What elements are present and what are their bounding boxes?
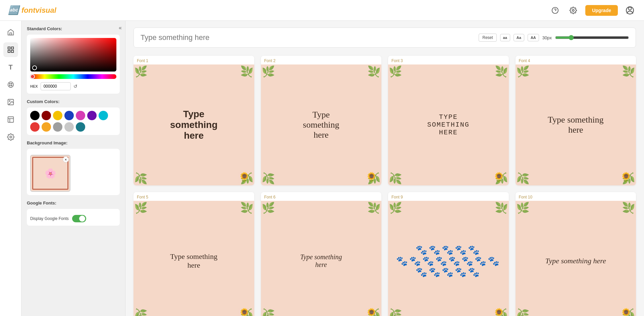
font-9-text: 🐾🐾🐾🐾🐾🐾🐾🐾🐾🐾🐾🐾🐾🐾🐾🐾🐾🐾 (393, 241, 504, 281)
font-card-5[interactable]: Font 5 🌿 🌿 🌿 🌿 🌻 Type somethinghere (133, 192, 254, 316)
bg-image-preview: 🌸 × (30, 155, 70, 192)
bg-remove-button[interactable]: × (63, 156, 69, 163)
account-circle-icon (626, 6, 634, 15)
color-swatch[interactable] (76, 122, 85, 132)
svg-rect-6 (11, 47, 13, 49)
bg-preview-border (32, 157, 68, 190)
floral-tl: 🌿 (134, 65, 148, 78)
size-small-button[interactable]: aa (500, 34, 510, 41)
sidebar-item-grid[interactable] (3, 42, 18, 57)
svg-point-13 (11, 85, 12, 86)
size-slider[interactable] (555, 35, 629, 40)
refresh-button[interactable]: ↺ (73, 84, 77, 89)
nav-right: Upgrade (549, 4, 636, 16)
font-grid: Font 1 🌿 🌿 🌿 🌿 🌻 Typesomethinghere Font … (133, 56, 636, 316)
upgrade-button[interactable]: Upgrade (585, 5, 618, 16)
color-swatch[interactable] (30, 111, 40, 120)
floral-tl: 🌿 (134, 201, 148, 214)
hex-input[interactable] (41, 82, 71, 90)
color-swatch[interactable] (99, 111, 108, 120)
color-swatch[interactable] (53, 122, 62, 132)
font-1-text: Typesomethinghere (167, 105, 221, 144)
floral-tl: 🌿 (516, 65, 530, 78)
font-card-10[interactable]: Font 10 🌿 🌿 🌿 🌿 🌻 Type something here (516, 192, 636, 316)
help-button[interactable] (549, 4, 561, 16)
settings2-icon (7, 133, 14, 141)
logo: 🔤 fontvisual (8, 5, 56, 15)
size-large-button[interactable]: AA (528, 34, 539, 41)
floral-tl: 🌿 (389, 65, 402, 78)
font-3-preview: 🌿 🌿 🌿 🌿 🌻 TYPESOMETHINGHERE (388, 64, 509, 185)
font-card-1[interactable]: Font 1 🌿 🌿 🌿 🌿 🌻 Typesomethinghere (133, 56, 254, 185)
font-card-3[interactable]: Font 3 🌿 🌿 🌿 🌿 🌻 TYPESOMETHINGHERE (388, 56, 509, 185)
floral-bl: 🌿 (134, 172, 148, 185)
sidebar-item-layout[interactable] (3, 112, 18, 127)
svg-point-9 (8, 82, 13, 88)
font-3-label: Font 3 (388, 56, 509, 64)
color-swatch[interactable] (76, 111, 85, 120)
color-swatch[interactable] (64, 111, 74, 120)
floral-tr: 🌿 (622, 201, 635, 214)
settings-button[interactable] (567, 4, 579, 16)
sidebar-item-home[interactable] (3, 25, 18, 40)
color-gradient[interactable] (30, 38, 116, 72)
font-10-text: Type something here (542, 253, 609, 269)
google-fonts-toggle[interactable] (72, 215, 86, 222)
color-swatch[interactable] (30, 122, 40, 132)
sunflower-4: 🌻 (620, 172, 632, 183)
sunflower-10: 🌻 (620, 308, 632, 316)
panel-collapse-button[interactable]: « (119, 25, 122, 31)
main-content: Reset aa Aa AA 30px Font 1 🌿 🌿 🌿 🌿 🌻 Ty (125, 21, 644, 316)
floral-bl: 🌿 (516, 172, 530, 185)
background-image-label: Background Image: (27, 140, 120, 145)
topnav: 🔤 fontvisual Upgrade (0, 0, 644, 21)
text-input-bar: Reset aa Aa AA 30px (133, 28, 636, 48)
layout-icon (7, 116, 14, 123)
palette-icon (7, 81, 14, 88)
floral-tr: 🌿 (240, 201, 254, 214)
hex-label: HEX (30, 84, 38, 88)
color-swatch[interactable] (42, 111, 51, 120)
font-card-2[interactable]: Font 2 🌿 🌿 🌿 🌿 🌻 Typesomethinghere (261, 56, 382, 185)
sidebar-item-palette[interactable] (3, 77, 18, 92)
floral-tl: 🌿 (516, 201, 530, 214)
font-2-label: Font 2 (261, 56, 382, 64)
floral-tr: 🌿 (367, 201, 381, 214)
svg-point-15 (9, 100, 10, 101)
toggle-row: Display Google Fonts (30, 215, 116, 222)
color-swatch[interactable] (87, 111, 97, 120)
hue-handle[interactable] (30, 74, 35, 79)
font-card-6[interactable]: Font 6 🌿 🌿 🌿 🌿 🌻 Type somethinghere (261, 192, 382, 316)
svg-point-10 (9, 83, 10, 84)
svg-point-11 (11, 83, 12, 84)
svg-point-2 (572, 9, 574, 11)
grid-icon (7, 46, 14, 53)
font-4-preview: 🌿 🌿 🌿 🌿 🌻 Type somethinghere (516, 64, 636, 185)
font-card-9[interactable]: Font 9 🌿 🌿 🌿 🌿 🌻 🐾🐾🐾🐾🐾🐾🐾🐾🐾🐾🐾🐾🐾🐾🐾🐾🐾🐾 (388, 192, 509, 316)
color-swatch[interactable] (64, 122, 74, 132)
sunflower-5: 🌻 (238, 308, 250, 316)
color-swatch[interactable] (53, 111, 62, 120)
color-gradient-handle[interactable] (32, 65, 37, 70)
font-text-input[interactable] (141, 33, 473, 42)
sunflower-9: 🌻 (493, 308, 505, 316)
font-10-preview: 🌿 🌿 🌿 🌿 🌻 Type something here (516, 201, 636, 316)
font-5-label: Font 5 (133, 192, 254, 201)
color-hue-bar[interactable] (30, 74, 116, 79)
sidebar-item-settings[interactable] (3, 130, 18, 144)
svg-point-19 (10, 136, 12, 138)
sidebar-item-image[interactable] (3, 95, 18, 109)
floral-bl: 🌿 (262, 308, 275, 316)
color-swatch[interactable] (42, 122, 51, 132)
font-10-label: Font 10 (516, 192, 636, 201)
account-button[interactable] (624, 4, 636, 16)
icon-sidebar: T (0, 21, 21, 316)
reset-button[interactable]: Reset (479, 34, 496, 42)
font-2-preview: 🌿 🌿 🌿 🌿 🌻 Typesomethinghere (261, 64, 382, 185)
size-medium-button[interactable]: Aa (514, 34, 524, 41)
svg-rect-8 (11, 50, 13, 52)
sidebar-item-text[interactable]: T (3, 60, 18, 75)
font-card-4[interactable]: Font 4 🌿 🌿 🌿 🌿 🌻 Type somethinghere (516, 56, 636, 185)
floral-bl: 🌿 (134, 308, 148, 316)
font-4-label: Font 4 (516, 56, 636, 64)
